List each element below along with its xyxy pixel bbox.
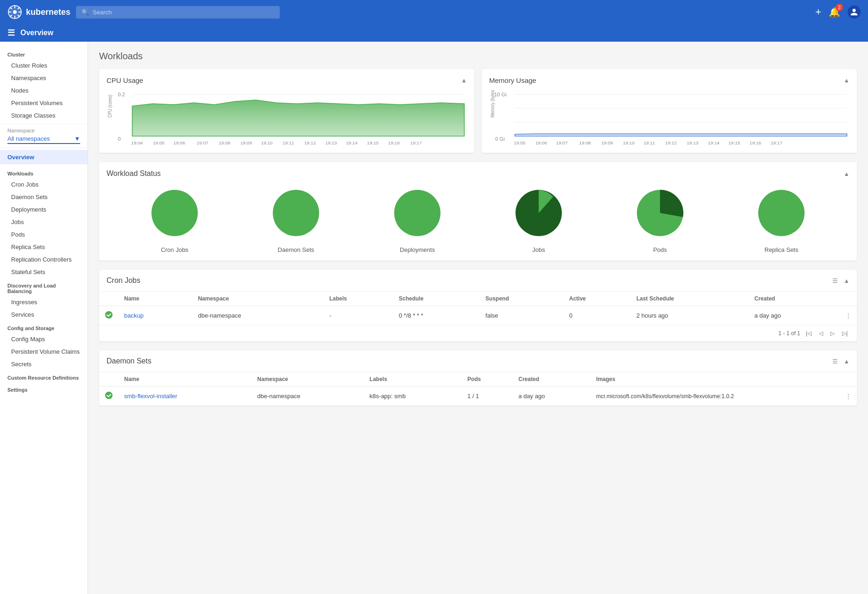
charts-row: CPU Usage ▲ 0.2 0: [99, 69, 857, 153]
jobs-pie-label: Jobs: [532, 246, 545, 253]
daemon-sets-header-row: Name Namespace Labels Pods Created Image…: [99, 372, 857, 387]
cron-job-labels: -: [324, 306, 393, 325]
svg-text:19:12: 19:12: [304, 140, 316, 145]
memory-chart-area: 10 Gi 0 Gi: [489, 90, 849, 145]
cron-jobs-pagination: 1 - 1 of 1 |◁ ◁ ▷ ▷|: [99, 325, 857, 341]
app-name: kubernetes: [26, 7, 70, 17]
hamburger-menu-button[interactable]: ☰: [7, 28, 15, 38]
sidebar-item-storage-classes[interactable]: Storage Classes: [0, 109, 88, 122]
daemon-set-status-ok-icon: [105, 391, 113, 400]
namespace-value: All namespaces: [7, 135, 50, 142]
sidebar-item-config-maps[interactable]: Config Maps: [0, 333, 88, 345]
table-row: smb-flexvol-installer dbe-namespace k8s-…: [99, 387, 857, 406]
svg-text:CPU (cores): CPU (cores): [107, 95, 113, 118]
pie-jobs: Jobs: [511, 185, 566, 253]
search-input[interactable]: [93, 9, 274, 16]
sidebar-item-cluster-roles[interactable]: Cluster Roles: [0, 59, 88, 72]
daemon-set-pods: 1 / 1: [462, 387, 513, 406]
svg-point-59: [758, 190, 805, 236]
sidebar-item-replica-sets[interactable]: Replica Sets: [0, 241, 88, 253]
sidebar-item-services[interactable]: Services: [0, 308, 88, 321]
sidebar-item-stateful-sets[interactable]: Stateful Sets: [0, 266, 88, 278]
sidebar-item-nodes[interactable]: Nodes: [0, 84, 88, 97]
sidebar-item-deployments[interactable]: Deployments: [0, 203, 88, 216]
svg-text:19:05: 19:05: [153, 140, 164, 145]
search-bar[interactable]: 🔍: [76, 6, 280, 19]
svg-text:Memory (bytes): Memory (bytes): [490, 90, 496, 118]
daemon-sets-filter-icon[interactable]: ☰: [832, 358, 838, 365]
daemon-sets-actions: ☰ ▲: [832, 358, 849, 365]
jobs-pie-chart: [511, 185, 566, 241]
svg-text:19:15: 19:15: [367, 140, 378, 145]
cpu-chart-svg: 0.2 0: [107, 90, 467, 145]
cpu-chart-header: CPU Usage ▲: [107, 76, 467, 84]
sidebar-item-jobs[interactable]: Jobs: [0, 216, 88, 228]
svg-text:19:13: 19:13: [325, 140, 337, 145]
svg-text:19:11: 19:11: [643, 140, 655, 145]
add-button[interactable]: +: [815, 6, 821, 18]
config-section-title: Config and Storage: [0, 321, 88, 333]
daemon-set-labels: k8s-app: smb: [364, 387, 462, 406]
svg-text:19:14: 19:14: [346, 140, 358, 145]
page-next-button[interactable]: ▷: [829, 329, 837, 338]
replica-sets-pie-label: Replica Sets: [765, 246, 799, 253]
cron-job-suspend: false: [480, 306, 564, 325]
cron-jobs-pie-label: Cron Jobs: [161, 246, 188, 253]
cron-job-name-link[interactable]: backup: [124, 312, 144, 319]
svg-text:10 Gi: 10 Gi: [494, 92, 507, 97]
notification-badge: 2: [836, 4, 843, 11]
sidebar-item-pvc[interactable]: Persistent Volume Claims: [0, 345, 88, 358]
daemon-set-name-link[interactable]: smb-flexvol-installer: [124, 393, 177, 400]
sidebar-item-pods[interactable]: Pods: [0, 228, 88, 241]
ds-col-name: Name: [119, 372, 252, 387]
cron-jobs-table-header-row: Name Namespace Labels Schedule Suspend A…: [99, 292, 857, 306]
daemon-sets-table: Name Namespace Labels Pods Created Image…: [99, 372, 857, 406]
cpu-chart-collapse-icon[interactable]: ▲: [461, 77, 467, 84]
cron-jobs-collapse-icon[interactable]: ▲: [843, 277, 849, 284]
memory-chart-header: Memory Usage ▲: [489, 76, 849, 84]
sidebar-item-daemon-sets[interactable]: Daemon Sets: [0, 191, 88, 203]
namespace-selector[interactable]: All namespaces ▼: [7, 135, 80, 144]
svg-text:19:11: 19:11: [283, 140, 294, 145]
sidebar-item-persistent-volumes[interactable]: Persistent Volumes: [0, 97, 88, 109]
cron-jobs-filter-icon[interactable]: ☰: [832, 277, 838, 284]
daemon-set-more-icon[interactable]: ⋮: [845, 393, 851, 400]
cluster-section-title: Cluster: [0, 47, 88, 59]
sidebar-item-replication-controllers[interactable]: Replication Controllers: [0, 253, 88, 266]
page-first-button[interactable]: |◁: [804, 329, 813, 338]
notification-button[interactable]: 🔔 2: [829, 6, 840, 18]
sidebar-item-ingresses[interactable]: Ingresses: [0, 296, 88, 308]
workload-status-collapse-icon[interactable]: ▲: [843, 170, 849, 177]
sidebar-item-namespaces[interactable]: Namespaces: [0, 72, 88, 84]
page-last-button[interactable]: ▷|: [840, 329, 849, 338]
page-prev-button[interactable]: ◁: [817, 329, 825, 338]
col-labels: Labels: [324, 292, 393, 306]
daemon-sets-pie-chart: [268, 185, 324, 241]
daemon-set-images: mcr.microsoft.com/k8s/flexvolume/smb-fle…: [591, 387, 840, 406]
svg-point-2: [13, 10, 17, 14]
memory-chart-collapse-icon[interactable]: ▲: [843, 77, 849, 84]
svg-text:0: 0: [118, 137, 120, 142]
workload-status-header: Workload Status ▲: [107, 169, 849, 178]
col-suspend: Suspend: [480, 292, 564, 306]
deployments-pie-label: Deployments: [400, 246, 435, 253]
sidebar-item-cron-jobs[interactable]: Cron Jobs: [0, 178, 88, 191]
workloads-section-title: Workloads: [0, 166, 88, 178]
user-avatar[interactable]: [848, 6, 861, 19]
sidebar-item-overview[interactable]: Overview: [0, 150, 88, 164]
cron-job-more-icon[interactable]: ⋮: [845, 312, 851, 319]
svg-point-54: [151, 190, 198, 236]
col-schedule: Schedule: [393, 292, 480, 306]
svg-text:19:10: 19:10: [623, 140, 635, 145]
svg-text:19:15: 19:15: [729, 140, 740, 145]
cpu-chart-area: 0.2 0: [107, 90, 467, 145]
svg-text:0.2: 0.2: [118, 92, 125, 97]
page-title: Overview: [20, 29, 53, 37]
daemon-sets-table-header: Daemon Sets ☰ ▲: [99, 350, 857, 372]
discovery-section-title: Discovery and Load Balancing: [0, 278, 88, 296]
search-icon: 🔍: [82, 9, 89, 16]
sidebar-item-secrets[interactable]: Secrets: [0, 358, 88, 370]
cron-jobs-table-title: Cron Jobs: [107, 276, 140, 285]
workload-status-card: Workload Status ▲ Cron Jobs Daemon Sets: [99, 162, 857, 261]
daemon-sets-collapse-icon[interactable]: ▲: [843, 358, 849, 365]
